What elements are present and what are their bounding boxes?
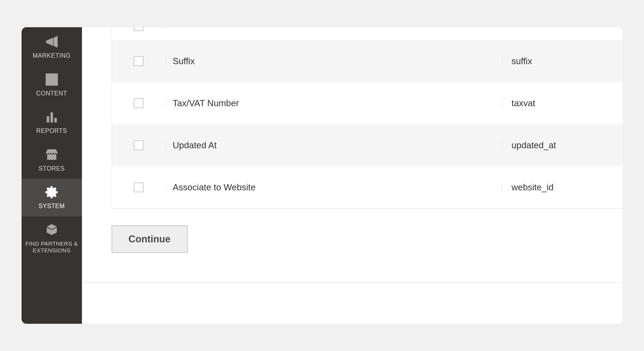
sidebar-item-label: SYSTEM: [39, 202, 65, 210]
table-row: Suffix suffix: [112, 40, 623, 82]
admin-sidebar: MARKETING CONTENT REPORTS STORES SYSTEM: [22, 27, 82, 324]
attribute-code: website_id: [502, 182, 623, 192]
app-frame: MARKETING CONTENT REPORTS STORES SYSTEM: [22, 27, 623, 324]
sidebar-item-label: STORES: [39, 165, 65, 173]
sidebar-item-content[interactable]: CONTENT: [22, 66, 82, 104]
blocks-icon: [44, 222, 60, 238]
attribute-code: updated_at: [502, 140, 623, 150]
sidebar-item-partners[interactable]: FIND PARTNERS & EXTENSIONS: [22, 216, 82, 260]
row-checkbox[interactable]: [134, 27, 143, 31]
attribute-label: Tax/VAT Number: [166, 98, 502, 108]
storefront-icon: [44, 147, 60, 162]
table-row: Updated At updated_at: [112, 124, 623, 166]
gear-icon: [44, 185, 60, 200]
continue-button[interactable]: Continue: [112, 225, 188, 253]
bars-icon: [44, 109, 60, 125]
table-row: Associate to Website website_id: [112, 166, 623, 208]
megaphone-icon: [44, 34, 60, 49]
attribute-code: taxvat: [502, 98, 623, 108]
sidebar-item-stores[interactable]: STORES: [22, 141, 82, 179]
table-row: Tax/VAT Number taxvat: [112, 82, 623, 124]
layout-icon: [44, 72, 60, 87]
svg-rect-2: [54, 118, 57, 122]
sidebar-item-reports[interactable]: REPORTS: [22, 104, 82, 141]
row-checkbox[interactable]: [134, 56, 143, 66]
attribute-table: Suffix suffix Tax/VAT Number taxvat Upda…: [112, 27, 623, 209]
checkbox-cell: [112, 27, 166, 31]
checkbox-cell: [112, 98, 166, 108]
attribute-label: Updated At: [166, 140, 502, 150]
attribute-label: Associate to Website: [166, 182, 502, 192]
svg-rect-0: [47, 116, 49, 122]
table-row: [112, 27, 623, 40]
sidebar-item-label: CONTENT: [36, 90, 67, 97]
sidebar-item-label: MARKETING: [33, 52, 71, 60]
attribute-code: suffix: [502, 56, 623, 66]
row-checkbox[interactable]: [134, 98, 143, 108]
sidebar-item-system[interactable]: SYSTEM: [22, 179, 82, 216]
sidebar-item-marketing[interactable]: MARKETING: [22, 28, 82, 66]
checkbox-cell: [112, 183, 166, 192]
row-checkbox[interactable]: [134, 183, 143, 192]
sidebar-item-label: FIND PARTNERS & EXTENSIONS: [23, 240, 80, 254]
checkbox-cell: [112, 140, 166, 150]
row-checkbox[interactable]: [134, 140, 143, 150]
attribute-label: Suffix: [166, 56, 502, 66]
footer-divider: [82, 283, 623, 283]
svg-rect-1: [50, 112, 53, 123]
checkbox-cell: [112, 56, 166, 66]
sidebar-item-label: REPORTS: [36, 127, 67, 135]
main-content: Suffix suffix Tax/VAT Number taxvat Upda…: [82, 27, 623, 324]
